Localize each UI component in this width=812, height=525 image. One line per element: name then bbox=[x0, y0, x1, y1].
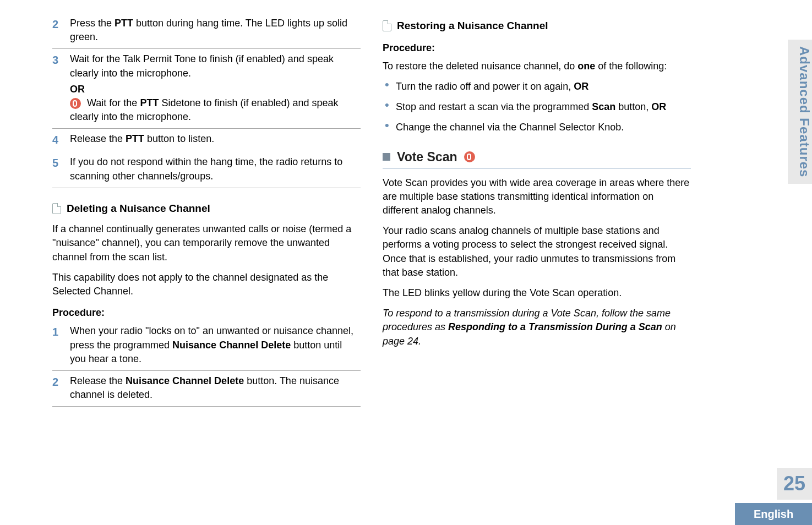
step-2: 2 Press the PTT button during hang time.… bbox=[52, 17, 361, 49]
proc-step-2: 2 Release the Nuisance Channel Delete bu… bbox=[52, 374, 361, 407]
step-3: 3 Wait for the Talk Permit Tone to finis… bbox=[52, 52, 361, 129]
right-column: Restoring a Nuisance Channel Procedure: … bbox=[383, 17, 691, 468]
step-body: When your radio "locks on to" an unwante… bbox=[70, 324, 361, 366]
ptt-icon bbox=[464, 151, 475, 162]
bold: one bbox=[577, 61, 595, 72]
step-body: Press the PTT button during hang time. T… bbox=[70, 17, 361, 44]
text: Release the bbox=[70, 375, 126, 386]
text: Press the bbox=[70, 18, 115, 29]
section-vote-scan: Vote Scan bbox=[383, 148, 691, 168]
or-label: OR bbox=[70, 83, 361, 96]
procedure-label: Procedure: bbox=[383, 41, 691, 55]
text: button, bbox=[615, 101, 651, 112]
text: of the following: bbox=[595, 61, 667, 72]
paragraph: This capability does not apply to the ch… bbox=[52, 271, 361, 298]
list-item: Stop and restart a scan via the programm… bbox=[385, 100, 691, 114]
bold: Responding to a Transmission During a Sc… bbox=[448, 321, 662, 332]
bold: Nuisance Channel Delete bbox=[172, 340, 291, 351]
sub-line: Wait for the PTT Sidetone to finish (if … bbox=[70, 96, 361, 124]
text: Turn the radio off and power it on again… bbox=[396, 81, 574, 92]
restore-bullets: Turn the radio off and power it on again… bbox=[385, 80, 691, 135]
proc-step-1: 1 When your radio "locks on to" an unwan… bbox=[52, 324, 361, 371]
document-icon bbox=[383, 20, 391, 31]
step-number: 1 bbox=[52, 324, 62, 366]
paragraph: The LED blinks yellow during the Vote Sc… bbox=[383, 286, 691, 300]
procedure-label: Procedure: bbox=[52, 306, 361, 320]
document-icon bbox=[52, 203, 61, 214]
step-body: Release the Nuisance Channel Delete butt… bbox=[70, 374, 361, 402]
restore-intro: To restore the deleted nuisance channel,… bbox=[383, 59, 691, 73]
text: To restore the deleted nuisance channel,… bbox=[383, 61, 577, 72]
paragraph: Vote Scan provides you with wide area co… bbox=[383, 176, 691, 218]
paragraph: If a channel continually generates unwan… bbox=[52, 222, 361, 264]
text: If you do not respond within the hang ti… bbox=[70, 156, 342, 181]
step-number: 2 bbox=[52, 17, 62, 44]
bold: PTT bbox=[115, 18, 133, 29]
subheading-deleting: Deleting a Nuisance Channel bbox=[52, 201, 361, 216]
paragraph: Your radio scans analog channels of mult… bbox=[383, 224, 691, 280]
bold: OR bbox=[651, 101, 666, 112]
section-marker-icon bbox=[383, 153, 390, 161]
step-number: 5 bbox=[52, 155, 62, 183]
section-title: Vote Scan bbox=[397, 148, 457, 166]
text: Wait for the bbox=[84, 97, 140, 108]
subheading-text: Deleting a Nuisance Channel bbox=[67, 201, 210, 216]
step-4: 4 Release the PTT button to listen. bbox=[52, 132, 361, 152]
bold: PTT bbox=[140, 97, 159, 108]
ptt-icon bbox=[70, 98, 81, 109]
step-number: 2 bbox=[52, 374, 62, 402]
italic-paragraph: To respond to a transmission during a Vo… bbox=[383, 307, 691, 348]
list-item: Turn the radio off and power it on again… bbox=[385, 80, 691, 94]
text: Change the channel via the Channel Selec… bbox=[396, 122, 624, 133]
text: Wait for the Talk Permit Tone to finish … bbox=[70, 53, 334, 78]
bold: PTT bbox=[126, 133, 144, 144]
footer-language: English bbox=[735, 503, 812, 525]
step-body: If you do not respond within the hang ti… bbox=[70, 155, 361, 183]
step-5: 5 If you do not respond within the hang … bbox=[52, 155, 361, 188]
bold: Scan bbox=[592, 101, 615, 112]
step-body: Wait for the Talk Permit Tone to finish … bbox=[70, 52, 361, 124]
subheading-text: Restoring a Nuisance Channel bbox=[397, 19, 548, 34]
bold: Nuisance Channel Delete bbox=[126, 375, 244, 386]
page-content: 2 Press the PTT button during hang time.… bbox=[0, 0, 812, 468]
bold: OR bbox=[574, 81, 588, 92]
text: Stop and restart a scan via the programm… bbox=[396, 101, 592, 112]
step-number: 3 bbox=[52, 52, 62, 124]
left-column: 2 Press the PTT button during hang time.… bbox=[52, 17, 361, 468]
subheading-restoring: Restoring a Nuisance Channel bbox=[383, 19, 691, 34]
page-number: 25 bbox=[777, 468, 812, 500]
list-item: Change the channel via the Channel Selec… bbox=[385, 121, 691, 134]
text: Release the bbox=[70, 133, 126, 144]
text: button to listen. bbox=[144, 133, 214, 144]
step-number: 4 bbox=[52, 132, 62, 147]
side-tab: Advanced Features bbox=[788, 40, 812, 184]
step-body: Release the PTT button to listen. bbox=[70, 132, 361, 147]
